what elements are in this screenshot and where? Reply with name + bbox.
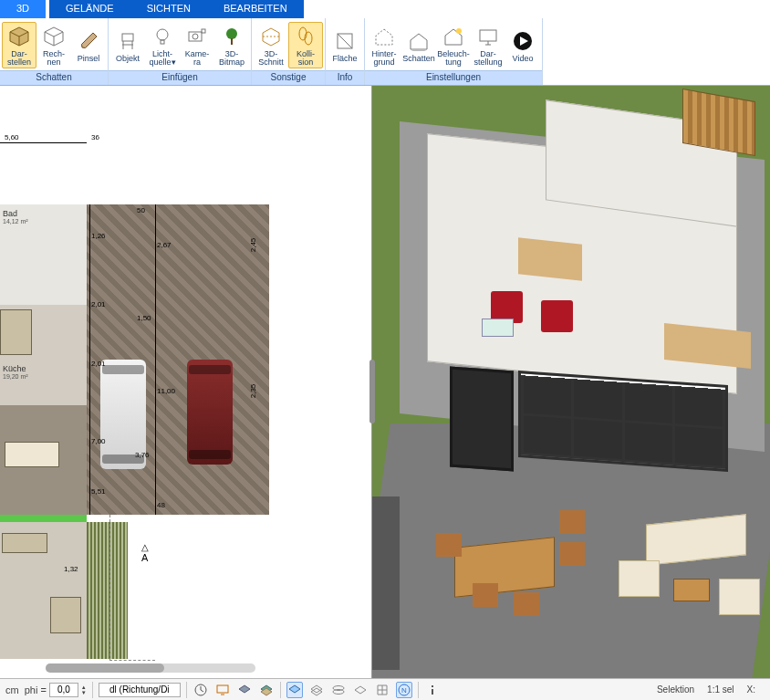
beleuchtung-label: Beleuch- tung — [437, 50, 470, 67]
tab-bearbeiten[interactable]: BEARBEITEN — [207, 0, 304, 18]
svg-point-11 — [192, 34, 198, 39]
svg-rect-25 — [480, 30, 496, 41]
schatten-settings-button[interactable]: Schatten — [401, 26, 436, 65]
svg-marker-20 — [376, 29, 392, 45]
darstellen-label: Dar- stellen — [7, 50, 31, 67]
objekt-button[interactable]: Objekt — [110, 26, 145, 65]
camera-icon — [186, 26, 208, 47]
unit-label: cm — [5, 684, 19, 695]
furniture-dining-table — [5, 442, 59, 467]
hintergrund-label: Hinter- grund — [371, 50, 396, 67]
dim-label: 2,01 — [91, 360, 106, 368]
tool-stack-icon[interactable] — [330, 682, 347, 698]
display-label: Dar- stellung — [473, 50, 502, 67]
green-strip — [0, 515, 87, 522]
view-splitter[interactable] — [369, 360, 375, 423]
context-field[interactable] — [99, 683, 181, 697]
dim-label: 5,51 — [91, 487, 106, 496]
svg-rect-44 — [432, 685, 433, 687]
cube-shaded-icon — [8, 26, 30, 47]
tab-sichten[interactable]: SICHTEN — [130, 0, 207, 18]
horizontal-scrollbar[interactable] — [46, 663, 255, 673]
play-icon — [512, 30, 534, 52]
video-label: Video — [513, 55, 534, 63]
svg-rect-31 — [217, 685, 228, 693]
svg-point-24 — [456, 28, 462, 34]
tool-layers4-icon[interactable] — [308, 682, 325, 698]
tool-grid-icon[interactable] — [374, 682, 390, 698]
ribbon-caption-sonstige: Sonstige — [252, 70, 325, 85]
tab-3d[interactable]: 3D — [0, 0, 46, 18]
house-light-icon — [442, 26, 464, 47]
status-toolbar: cm phi = ▲▼ N Selektion 1:1 sel X: — [0, 678, 770, 700]
darstellung-button[interactable]: Dar- stellung — [471, 22, 505, 68]
phi-stepper[interactable]: ▲▼ — [81, 684, 87, 695]
dim-label: 2,35 — [249, 384, 257, 399]
dim-label: 5,60 — [5, 133, 19, 141]
tool-clock-icon[interactable] — [192, 682, 209, 698]
ribbon: Dar- stellen Rech- nen Pinsel Schatten O… — [0, 18, 770, 86]
tool-layers3-icon[interactable] — [286, 682, 303, 698]
v3-front-windows — [518, 371, 728, 472]
section-marker-a: A — [141, 542, 149, 563]
separator — [418, 682, 419, 698]
bitmap-label: 3D- Bitmap — [219, 50, 245, 67]
dim-label: 48 — [157, 501, 165, 509]
flaeche-label: Fläche — [332, 55, 357, 63]
svg-rect-9 — [161, 40, 164, 44]
lichtquelle-button[interactable]: Licht- quelle▾ — [145, 22, 180, 68]
v3-sideboard — [518, 237, 582, 280]
status-x: X: — [747, 684, 755, 695]
viewport-3d[interactable] — [372, 86, 770, 678]
objekt-label: Objekt — [116, 55, 140, 63]
viewport-2d[interactable]: 5,60 36 Bad14,12 m² Küche19,20 m² 1,32 — [0, 86, 372, 678]
tool-layers1-icon[interactable] — [236, 682, 253, 698]
darstellen-button[interactable]: Dar- stellen — [2, 22, 36, 68]
ruler-icon — [334, 30, 356, 52]
phi-input[interactable] — [49, 683, 78, 697]
dim-line — [89, 204, 90, 515]
bulb-icon — [151, 26, 173, 47]
dim-label: 1,32 — [64, 565, 78, 573]
ribbon-group-einstellungen: Hinter- grund Schatten Beleuch- tung Dar… — [365, 18, 543, 85]
v3-outdoor-table — [454, 537, 555, 598]
tab-gelaende[interactable]: GELÄNDE — [49, 0, 130, 18]
ribbon-group-einfuegen: Objekt Licht- quelle▾ Kame- ra 3D- Bitma… — [109, 18, 252, 85]
house-shadow-icon — [408, 30, 430, 52]
plan-canvas: 5,60 36 Bad14,12 m² Küche19,20 m² 1,32 — [0, 86, 371, 678]
ribbon-caption-schatten: Schatten — [0, 70, 108, 85]
schatten-set-label: Schatten — [402, 55, 435, 63]
3d-schnitt-button[interactable]: 3D- Schnitt — [254, 22, 288, 68]
flaeche-button[interactable]: Fläche — [328, 26, 362, 65]
lichtquelle-label: Licht- quelle▾ — [149, 50, 175, 67]
svg-rect-14 — [231, 38, 233, 45]
dim-label: 2,01 — [91, 300, 106, 308]
v3-outdoor-armchair — [719, 579, 760, 615]
tool-layer-single-icon[interactable] — [352, 682, 369, 698]
beleuchtung-button[interactable]: Beleuch- tung — [436, 22, 471, 68]
dim-label: 2,45 — [249, 238, 257, 253]
video-button[interactable]: Video — [505, 26, 540, 65]
separator — [92, 682, 93, 698]
furniture-sofa — [2, 533, 47, 553]
v3-outdoor-chair — [514, 592, 539, 616]
kollision-button[interactable]: Kolli- sion — [288, 22, 323, 68]
separator — [280, 682, 281, 698]
tool-north-icon[interactable]: N — [396, 682, 412, 698]
rechnen-button[interactable]: Rech- nen — [36, 22, 71, 68]
room-label-kueche: Küche19,20 m² — [3, 364, 28, 380]
svg-rect-12 — [202, 29, 205, 33]
pinsel-button[interactable]: Pinsel — [71, 26, 106, 65]
house-dash-icon — [373, 26, 395, 47]
svg-marker-36 — [289, 685, 300, 693]
v3-outdoor-armchair — [619, 560, 660, 597]
kamera-button[interactable]: Kame- ra — [180, 22, 214, 68]
hintergrund-button[interactable]: Hinter- grund — [367, 22, 401, 68]
dim-label: 2,67 — [157, 241, 172, 249]
furniture-counter — [0, 309, 32, 355]
tool-info-icon[interactable] — [424, 682, 441, 698]
tool-screen-icon[interactable] — [214, 682, 231, 698]
tool-layers2-icon[interactable] — [258, 682, 275, 698]
3d-bitmap-button[interactable]: 3D- Bitmap — [214, 22, 249, 68]
svg-marker-38 — [311, 688, 322, 695]
